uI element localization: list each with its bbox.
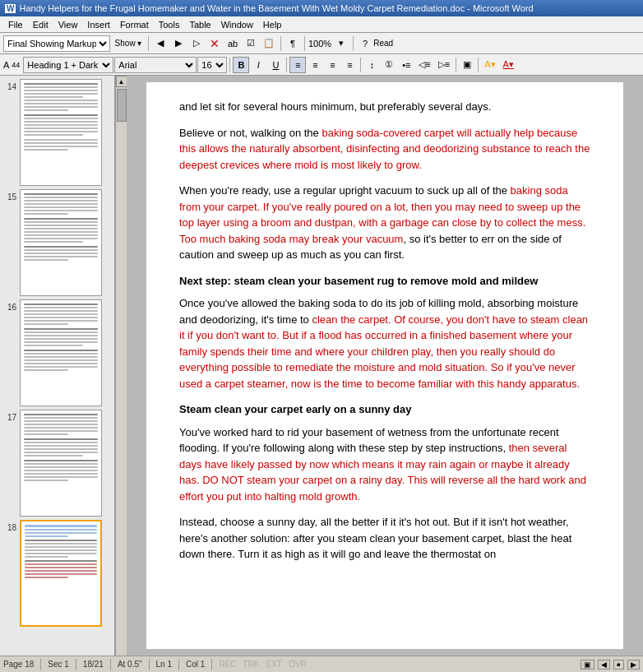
read-btn[interactable]: Read bbox=[375, 35, 391, 52]
highlight-btn[interactable]: A▾ bbox=[481, 57, 498, 73]
status-sep1 bbox=[40, 659, 41, 670]
scroll-up-arrow[interactable]: ▲ bbox=[116, 76, 127, 87]
italic-button[interactable]: I bbox=[250, 57, 266, 73]
para5-text1: You've worked hard to rid your basement … bbox=[179, 426, 559, 455]
numbering-btn[interactable]: ① bbox=[381, 57, 397, 73]
tb-btn-4[interactable]: ✕ bbox=[206, 35, 223, 52]
ext-indicator: EXT bbox=[266, 660, 282, 669]
page-num-15: 15 bbox=[3, 189, 16, 202]
toolbar-sep2 bbox=[280, 36, 281, 51]
page-num-16: 16 bbox=[3, 299, 16, 312]
para-5: You've worked hard to rid your basement … bbox=[179, 424, 590, 505]
tb-btn-3[interactable]: ▷ bbox=[188, 35, 205, 52]
page-thumb-17[interactable] bbox=[20, 410, 102, 517]
para-3: When you're ready, use a regular upright… bbox=[179, 183, 590, 263]
style-select[interactable]: Heading 1 + Dark bbox=[23, 57, 113, 73]
align-right-btn[interactable]: ≡ bbox=[324, 57, 340, 73]
bold-button[interactable]: B bbox=[233, 57, 249, 73]
status-sep6 bbox=[211, 659, 212, 670]
status-btn1[interactable]: ▣ bbox=[581, 660, 594, 670]
document-page: and let sit for several hours minimum, b… bbox=[146, 82, 623, 649]
menu-file[interactable]: File bbox=[3, 18, 28, 31]
toolbar-sep4 bbox=[353, 36, 354, 51]
page-thumb-container-17: 17 bbox=[3, 410, 111, 517]
tb-btn-8[interactable]: ¶ bbox=[284, 35, 301, 52]
font-select[interactable]: Arial bbox=[114, 57, 197, 73]
title-bar: W Handy Helpers for the Frugal Homemaker… bbox=[0, 0, 643, 16]
zoom-label: 100% bbox=[308, 39, 331, 49]
fmt-sep2 bbox=[286, 58, 287, 72]
tb-btn-5[interactable]: ab bbox=[224, 35, 241, 52]
help-btn[interactable]: ? bbox=[357, 35, 373, 52]
rec-indicator: REC bbox=[219, 660, 236, 669]
para1-text: and let sit for several hours minimum, b… bbox=[179, 100, 491, 113]
fmt-sep4 bbox=[456, 58, 456, 72]
toolbar1: Final Showing Markup Show ▾ ◀ ▶ ▷ ✕ ab ☑… bbox=[0, 33, 643, 54]
page-thumb-container-16: 16 bbox=[3, 299, 111, 406]
para6-text: Instead, choose a sunny day, all the bet… bbox=[179, 516, 571, 560]
font-color-btn[interactable]: A▾ bbox=[500, 57, 517, 73]
at-info: At 0.5" bbox=[118, 660, 142, 669]
align-left-btn[interactable]: ≡ bbox=[289, 57, 306, 73]
page-thumb-18[interactable] bbox=[20, 520, 102, 627]
status-right: ▣ ◀ ● ▶ bbox=[581, 660, 640, 670]
size-select[interactable]: 16 bbox=[197, 57, 227, 73]
status-btn4[interactable]: ▶ bbox=[627, 660, 640, 670]
thumbnail-panel: 14 bbox=[0, 76, 115, 656]
bullets-btn[interactable]: •≡ bbox=[398, 57, 414, 73]
ovr-indicator: OVR bbox=[289, 660, 307, 669]
trk-indicator: TRK bbox=[243, 660, 260, 669]
pos-info: 18/21 bbox=[83, 660, 104, 669]
tb-btn-6[interactable]: ☑ bbox=[243, 35, 259, 52]
scroll-thumb[interactable] bbox=[117, 89, 127, 122]
page-thumb-16[interactable] bbox=[20, 299, 102, 406]
tb-btn-1[interactable]: ◀ bbox=[152, 35, 169, 52]
menu-insert[interactable]: Insert bbox=[82, 18, 115, 31]
toolbar2: A 44 Heading 1 + Dark Arial 16 B I U ≡ ≡… bbox=[0, 54, 643, 76]
status-sep2 bbox=[76, 659, 76, 670]
zoom-dropdown[interactable]: ▾ bbox=[333, 35, 349, 52]
fmt-sep5 bbox=[478, 58, 479, 72]
page-thumb-container-18: 18 bbox=[3, 520, 111, 627]
menu-format[interactable]: Format bbox=[115, 18, 154, 31]
menu-tools[interactable]: Tools bbox=[154, 18, 185, 31]
heading-2: Steam clean your carpet early on a sunny… bbox=[179, 401, 590, 418]
line-spacing-btn[interactable]: ↕ bbox=[363, 57, 380, 73]
toolbar-sep3 bbox=[304, 36, 305, 51]
menu-view[interactable]: View bbox=[53, 18, 83, 31]
page-info: Page 18 bbox=[3, 660, 34, 669]
ln-info: Ln 1 bbox=[156, 660, 172, 669]
font-size-indicator: A bbox=[3, 60, 9, 70]
status-btn3[interactable]: ● bbox=[613, 660, 624, 670]
status-sep4 bbox=[149, 659, 150, 670]
page-thumb-14[interactable] bbox=[20, 79, 102, 186]
col-info: Col 1 bbox=[186, 660, 205, 669]
underline-button[interactable]: U bbox=[267, 57, 284, 73]
outside-border-btn[interactable]: ▣ bbox=[459, 57, 475, 73]
decrease-indent-btn[interactable]: ◁≡ bbox=[415, 57, 433, 73]
vertical-scrollbar[interactable]: ▲ bbox=[115, 76, 127, 656]
menu-table[interactable]: Table bbox=[184, 18, 215, 31]
heading-1: Next step: steam clean your basement rug… bbox=[179, 273, 590, 290]
page-thumb-container-14: 14 bbox=[3, 79, 111, 186]
status-sep5 bbox=[178, 659, 179, 670]
para2-text: Believe or not, walking on the bbox=[179, 127, 322, 139]
markup-dropdown[interactable]: Final Showing Markup bbox=[3, 35, 110, 52]
tb-btn-2[interactable]: ▶ bbox=[170, 35, 187, 52]
window-title: Handy Helpers for the Frugal Homemaker a… bbox=[19, 3, 533, 13]
align-justify-btn[interactable]: ≡ bbox=[341, 57, 358, 73]
para-6: Instead, choose a sunny day, all the bet… bbox=[179, 514, 590, 563]
menu-help[interactable]: Help bbox=[258, 18, 287, 31]
fmt-sep1 bbox=[229, 58, 230, 72]
status-btn2[interactable]: ◀ bbox=[598, 660, 610, 670]
menu-window[interactable]: Window bbox=[216, 18, 258, 31]
page-thumb-15[interactable] bbox=[20, 189, 102, 296]
menu-bar: File Edit View Insert Format Tools Table… bbox=[0, 16, 643, 33]
menu-edit[interactable]: Edit bbox=[28, 18, 53, 31]
font-size-indicator2: 44 bbox=[12, 61, 20, 69]
para3-text1: When you're ready, use a regular upright… bbox=[179, 184, 511, 197]
tb-btn-7[interactable]: 📋 bbox=[261, 35, 277, 52]
show-button[interactable]: Show ▾ bbox=[112, 35, 145, 52]
increase-indent-btn[interactable]: ▷≡ bbox=[435, 57, 453, 73]
align-center-btn[interactable]: ≡ bbox=[307, 57, 323, 73]
